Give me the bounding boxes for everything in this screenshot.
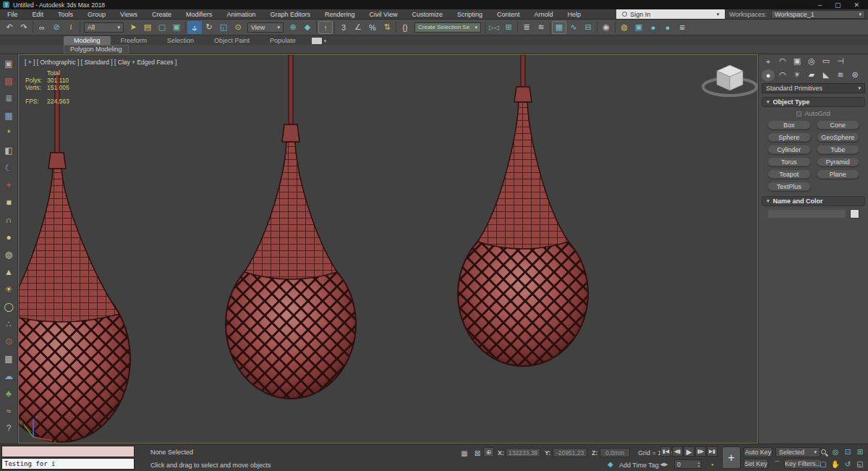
spinner-snap-toggle[interactable]: ⇅ bbox=[380, 21, 394, 34]
chevron-down-icon[interactable]: ▾ bbox=[324, 38, 327, 44]
textplus-button[interactable]: TextPlus bbox=[767, 182, 811, 191]
cloud-icon[interactable]: ☁ bbox=[1, 368, 17, 385]
mirror-button[interactable]: ▷◁ bbox=[487, 21, 501, 34]
selection-filter-dropdown[interactable]: All ▾ bbox=[84, 22, 124, 33]
create-teapot-icon[interactable]: ◍ bbox=[1, 246, 17, 263]
close-button[interactable]: ✕ bbox=[854, 1, 859, 9]
object-name-field[interactable] bbox=[767, 209, 846, 218]
z-coordinate-field[interactable]: 0,0mm bbox=[600, 448, 630, 457]
menu-animation[interactable]: Animation bbox=[219, 11, 263, 18]
moon-icon[interactable]: ☾ bbox=[1, 159, 17, 177]
rectangular-selection-region-button[interactable]: ▢ bbox=[155, 21, 169, 34]
isolate-selection-icon[interactable]: ▦ bbox=[459, 448, 470, 458]
sphere-button[interactable]: Sphere bbox=[767, 132, 811, 142]
shapes-category-icon[interactable]: ◠ bbox=[776, 69, 789, 81]
motion-panel-icon[interactable]: ◎ bbox=[805, 56, 818, 67]
curve-editor-button[interactable]: ∿ bbox=[566, 21, 581, 34]
emitter-icon[interactable]: ▩ bbox=[1, 350, 17, 368]
particles-icon[interactable]: ∴ bbox=[1, 315, 17, 333]
rendered-frame-window-button[interactable]: ▣ bbox=[631, 21, 646, 34]
tab-populate[interactable]: Populate bbox=[260, 36, 306, 45]
tab-freeform[interactable]: Freeform bbox=[111, 36, 158, 45]
workspace-dropdown[interactable]: Workspace_1 ▾ bbox=[771, 10, 865, 19]
menu-create[interactable]: Create bbox=[145, 11, 179, 18]
hierarchy-panel-icon[interactable]: ▣ bbox=[791, 56, 804, 67]
spinner-down-icon[interactable]: ▾ bbox=[698, 464, 700, 468]
reference-coordinate-dropdown[interactable]: View ▾ bbox=[247, 22, 284, 33]
zoom-all-icon[interactable]: ◎ bbox=[830, 446, 841, 457]
sun-icon[interactable]: ☀ bbox=[1, 281, 17, 298]
menu-edit[interactable]: Edit bbox=[25, 11, 51, 18]
lights-category-icon[interactable]: ☀ bbox=[791, 69, 804, 81]
toggle-layer-explorer-button[interactable]: ≋ bbox=[534, 21, 548, 34]
spacewarps-category-icon[interactable]: ≋ bbox=[834, 69, 847, 81]
name-and-color-header[interactable]: ▾ Name and Color bbox=[762, 196, 865, 206]
plane-button[interactable]: Plane bbox=[817, 169, 860, 179]
selection-lock-icon[interactable]: ⊠ bbox=[472, 448, 483, 458]
help-icon[interactable]: ? bbox=[1, 420, 17, 437]
teapot-button[interactable]: Teapot bbox=[767, 169, 811, 179]
tab-object-paint[interactable]: Object Paint bbox=[204, 36, 260, 45]
edit-named-selection-sets-button[interactable]: {} bbox=[398, 21, 412, 34]
keying-set-dropdown[interactable]: Selected ▾ bbox=[775, 447, 820, 457]
menu-scripting[interactable]: Scripting bbox=[450, 11, 490, 18]
render-production-button[interactable]: ● bbox=[646, 21, 660, 34]
cone-button[interactable]: Cone bbox=[817, 120, 860, 130]
key-brackets-icon[interactable]: ⌒ bbox=[771, 459, 783, 470]
key-mode-toggle[interactable]: ◀▶ bbox=[658, 459, 670, 470]
play-button[interactable]: ▶ bbox=[684, 446, 694, 457]
object-type-header[interactable]: ▾ Object Type bbox=[762, 97, 865, 107]
y-coordinate-field[interactable]: -20951,23 bbox=[553, 448, 587, 457]
unlink-selection-icon[interactable]: ⊘ bbox=[49, 21, 64, 34]
polygon-modeling-panel[interactable]: Polygon Modeling bbox=[64, 45, 129, 54]
go-to-end-button[interactable]: ▶▮ bbox=[707, 446, 718, 457]
render-iterative-button[interactable]: ● bbox=[660, 21, 675, 34]
use-pivot-center-button[interactable]: ⊕ bbox=[286, 21, 300, 34]
cameras-category-icon[interactable]: ▰ bbox=[805, 69, 818, 81]
menu-arnold[interactable]: Arnold bbox=[527, 11, 560, 18]
object-color-swatch[interactable] bbox=[850, 209, 859, 218]
zoom-icon[interactable] bbox=[817, 446, 829, 457]
utilities-panel-icon[interactable]: ⊣ bbox=[834, 56, 847, 67]
create-panel-icon[interactable]: + bbox=[762, 56, 775, 67]
menu-file[interactable]: File bbox=[0, 11, 25, 18]
add-time-tag[interactable]: Add Time Tag bbox=[619, 462, 659, 469]
primitive-category-dropdown[interactable]: Standard Primitives ▾ bbox=[762, 83, 865, 93]
create-box-icon[interactable]: ■ bbox=[1, 194, 17, 211]
select-object-button[interactable]: ➤ bbox=[126, 21, 140, 34]
pendant-lamp-right[interactable] bbox=[458, 55, 588, 366]
bind-to-spacewarp-icon[interactable]: ≀ bbox=[64, 21, 78, 34]
angle-snap-toggle[interactable]: ∠ bbox=[351, 21, 365, 34]
key-filters-button[interactable]: Key Filters... bbox=[784, 459, 822, 469]
viewport[interactable]: z x y [ + ] [ Orthographic ] [ Standard … bbox=[18, 54, 758, 444]
torus-button[interactable]: Torus bbox=[767, 157, 811, 166]
autogrid-checkbox[interactable]: AutoGrid bbox=[763, 110, 864, 117]
menu-group[interactable]: Group bbox=[80, 11, 113, 18]
pan-icon[interactable]: ✋ bbox=[830, 458, 841, 470]
menu-content[interactable]: Content bbox=[490, 11, 527, 18]
ribbon-display-icon[interactable] bbox=[312, 38, 322, 44]
geosphere-button[interactable]: GeoSphere bbox=[817, 132, 860, 142]
previous-frame-button[interactable]: ◀▮ bbox=[672, 446, 683, 457]
next-frame-button[interactable]: ▮▶ bbox=[695, 446, 706, 457]
create-sphere-icon[interactable]: ● bbox=[1, 229, 17, 246]
maxscript-mini-listener[interactable]: Testing for i bbox=[1, 458, 135, 470]
zoom-extents-all-icon[interactable]: ⊞ bbox=[854, 446, 866, 457]
zoom-extents-icon[interactable]: ⊡ bbox=[842, 446, 854, 457]
material-editor-button[interactable]: ◉ bbox=[599, 21, 613, 34]
set-key-button[interactable]: Set Key bbox=[744, 459, 768, 469]
menu-tools[interactable]: Tools bbox=[51, 11, 80, 18]
create-dome-icon[interactable]: ∩ bbox=[1, 211, 17, 229]
box-button[interactable]: Box bbox=[767, 120, 811, 130]
menu-civil-view[interactable]: Civil View bbox=[362, 11, 405, 18]
menu-graph-editors[interactable]: Graph Editors bbox=[263, 11, 318, 18]
menu-help[interactable]: Help bbox=[560, 11, 588, 18]
select-and-scale-button[interactable]: ◱ bbox=[216, 21, 231, 34]
orbit-icon[interactable]: ↺ bbox=[842, 458, 854, 470]
pendant-lamp-left[interactable] bbox=[19, 75, 130, 442]
percent-snap-toggle[interactable]: % bbox=[365, 21, 380, 34]
maxscript-macro-recorder[interactable] bbox=[1, 446, 135, 457]
scene-view-icon[interactable]: ▣ bbox=[1, 55, 17, 72]
auto-key-button[interactable]: Auto Key bbox=[744, 447, 773, 457]
sign-in-button[interactable]: Sign In ▾ bbox=[616, 9, 725, 19]
